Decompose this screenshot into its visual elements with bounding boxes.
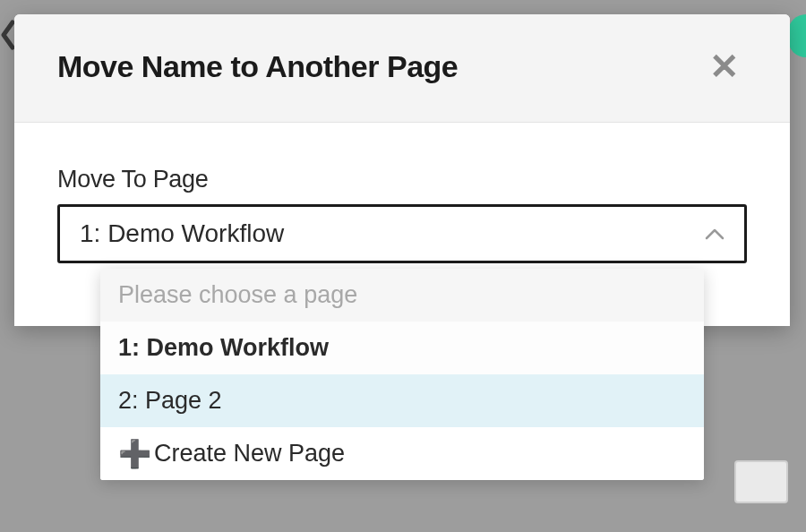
create-new-page-option[interactable]: ➕ Create New Page [100, 427, 704, 480]
chevron-up-icon [705, 227, 725, 240]
dropdown-option-label: 1: Demo Workflow [118, 334, 329, 362]
dropdown-option-2[interactable]: 2: Page 2 [100, 374, 704, 427]
dropdown-placeholder-text: Please choose a page [118, 281, 357, 309]
modal-header: Move Name to Another Page ✕ [14, 14, 790, 123]
move-page-modal: Move Name to Another Page ✕ Move To Page… [14, 14, 790, 326]
modal-body: Move To Page 1: Demo Workflow Please cho… [14, 123, 790, 326]
dropdown-option-label: 2: Page 2 [118, 387, 222, 415]
page-dropdown: Please choose a page 1: Demo Workflow 2:… [100, 269, 704, 480]
close-button[interactable]: ✕ [702, 45, 747, 88]
page-select[interactable]: 1: Demo Workflow [57, 204, 747, 263]
page-select-value: 1: Demo Workflow [80, 219, 284, 248]
create-new-page-label: Create New Page [154, 440, 345, 468]
plus-icon: ➕ [118, 441, 141, 468]
dropdown-option-1[interactable]: 1: Demo Workflow [100, 322, 704, 374]
dropdown-placeholder: Please choose a page [100, 269, 704, 322]
close-icon: ✕ [709, 47, 740, 86]
background-panel [734, 460, 788, 503]
move-to-page-label: Move To Page [57, 166, 747, 193]
modal-title: Move Name to Another Page [57, 49, 458, 84]
background-avatar [788, 14, 806, 57]
